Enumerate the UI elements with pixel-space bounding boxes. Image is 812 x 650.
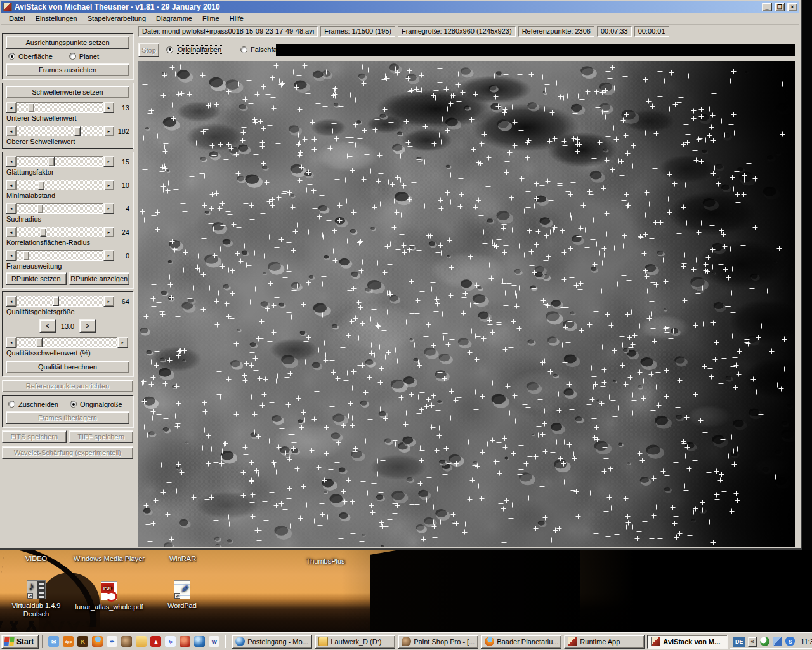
desktop-icon-label[interactable]: ThumbsPlus <box>294 557 357 566</box>
radio-originalfarben[interactable]: Originalfarben <box>166 46 223 53</box>
menu-filme[interactable]: Filme <box>197 13 225 24</box>
slider-right-arrow[interactable]: ► <box>103 296 114 307</box>
menu-hilfe[interactable]: Hilfe <box>225 13 249 24</box>
desktop-icon-label[interactable]: WinRAR <box>157 555 208 563</box>
set-alignment-points-button[interactable]: Ausrichtungspunkte setzen <box>6 36 129 49</box>
radio-zuschneiden[interactable]: Zuschneiden <box>8 401 58 408</box>
firefox-icon[interactable] <box>92 636 103 647</box>
paint-shop-pro-icon[interactable] <box>121 636 132 647</box>
desktop-icon-label[interactable]: Windows Media Player <box>62 555 157 563</box>
slider-right-arrow[interactable]: ► <box>103 180 114 190</box>
outlook-express-icon[interactable]: ✉ <box>48 636 59 647</box>
slider-track[interactable] <box>16 203 103 214</box>
desktop-icon-vdub[interactable]: ➚Virtualdub 1.4.9 Deutsch <box>4 580 68 618</box>
slider-thumb[interactable] <box>23 251 29 260</box>
align-refpoints-button[interactable]: Referenzpunkte ausrichten <box>2 380 133 392</box>
radio-planet[interactable]: Planet <box>69 53 99 60</box>
slider-track[interactable] <box>16 126 103 136</box>
minimize-button[interactable]: _ <box>762 3 772 11</box>
task-label: Runtime App <box>580 638 641 646</box>
slider-thumb[interactable] <box>74 126 81 136</box>
slider-track[interactable] <box>16 102 103 113</box>
stop-button[interactable]: Stop <box>138 43 159 57</box>
start-button[interactable]: Start <box>1 635 39 649</box>
spinner-next-button[interactable]: > <box>79 319 96 333</box>
close-button[interactable]: × <box>787 3 797 11</box>
taskbar-clock: 11:35 <box>798 638 812 646</box>
thunderbird-icon[interactable] <box>194 636 205 647</box>
slider-left-arrow[interactable]: ◄ <box>6 102 16 113</box>
desktop[interactable]: VIDEOWindows Media PlayerWinRARThumbsPlu… <box>0 550 812 632</box>
desktop-icon-wpad[interactable]: ➚WordPad <box>150 580 214 610</box>
spinner-prev-button[interactable]: < <box>39 319 56 333</box>
task-button[interactable]: Posteingang - Mo... <box>232 635 312 649</box>
mozilla-icon[interactable] <box>180 636 190 647</box>
slider-thumb[interactable] <box>37 204 43 213</box>
slider-right-arrow[interactable]: ► <box>117 337 128 348</box>
slider-thumb[interactable] <box>28 103 34 112</box>
rpoints-show-button[interactable]: RPunkte anzeigen <box>69 272 130 285</box>
slider-track[interactable] <box>16 250 103 261</box>
slider-left-arrow[interactable]: ◄ <box>6 337 16 348</box>
slider-right-arrow[interactable]: ► <box>103 102 114 113</box>
title-bar[interactable]: AviStack von Michael Theusner - v1.81 - … <box>1 1 799 13</box>
menu-datei[interactable]: Datei <box>4 13 30 24</box>
task-button[interactable]: Laufwerk_D (D:) <box>315 635 395 649</box>
tray-chevron-button[interactable]: « <box>748 637 757 647</box>
task-button[interactable]: Baader Planetariu... <box>481 635 561 649</box>
slider-track[interactable] <box>16 337 117 348</box>
media-k-icon[interactable]: K <box>77 636 88 647</box>
slider-thumb[interactable] <box>53 296 59 306</box>
overlay-frames-button[interactable]: Frames überlagern <box>6 411 129 424</box>
slider-right-arrow[interactable]: ► <box>103 227 114 237</box>
desktop-icon-label[interactable]: VIDEO <box>11 555 62 563</box>
desktop-icon-pdf[interactable]: lunar_atlas_whole.pdf <box>65 581 154 611</box>
word-icon[interactable]: W <box>209 636 219 647</box>
slider-left-arrow[interactable]: ◄ <box>6 250 16 261</box>
moon-image-with-reference-points[interactable] <box>138 61 795 547</box>
restore-button[interactable]: ❐ <box>775 3 785 11</box>
set-thresholds-button[interactable]: Schwellenwerte setzen <box>6 86 129 98</box>
slider-left-arrow[interactable]: ◄ <box>6 203 16 214</box>
slider-right-arrow[interactable]: ► <box>103 126 114 136</box>
slider-thumb[interactable] <box>36 338 43 347</box>
slider-left-arrow[interactable]: ◄ <box>6 296 16 307</box>
task-button[interactable]: Paint Shop Pro - [... <box>398 635 478 649</box>
align-frames-button[interactable]: Frames ausrichten <box>6 63 129 76</box>
slider-track[interactable] <box>16 296 103 307</box>
tray-network-icon[interactable] <box>773 637 782 646</box>
slider-right-arrow[interactable]: ► <box>103 250 114 261</box>
dpp-icon[interactable]: dpp <box>63 636 74 647</box>
slider-track[interactable] <box>16 227 103 237</box>
folder-search-icon[interactable] <box>136 636 147 647</box>
slider-left-arrow[interactable]: ◄ <box>6 227 16 237</box>
save-tiff-button[interactable]: TIFF speichern <box>69 430 134 443</box>
acrobat-icon[interactable]: ▲ <box>150 636 161 647</box>
task-button[interactable]: AviStack von M... <box>647 635 728 649</box>
slider-right-arrow[interactable]: ► <box>103 156 114 167</box>
ftp-icon[interactable]: fp <box>165 636 176 647</box>
slider-left-arrow[interactable]: ◄ <box>6 126 16 136</box>
menu-diagramme[interactable]: Diagramme <box>151 13 197 24</box>
language-indicator[interactable]: DE <box>733 637 745 647</box>
wavelet-sharpen-button[interactable]: Wavelet-Schärfung (experimentell) <box>2 446 133 459</box>
menu-stapelverarbeitung[interactable]: Stapelverarbeitung <box>82 13 151 24</box>
slider-right-arrow[interactable]: ► <box>103 203 114 214</box>
compute-quality-button[interactable]: Qualität berechnen <box>6 361 129 373</box>
slider-track[interactable] <box>16 180 103 190</box>
slider-thumb[interactable] <box>40 227 46 237</box>
slider-thumb[interactable] <box>48 157 55 166</box>
task-button[interactable]: Runtime App <box>564 635 645 649</box>
menu-einstellungen[interactable]: Einstellungen <box>30 13 82 24</box>
slider-thumb[interactable] <box>38 180 44 190</box>
save-fits-button[interactable]: FITS speichern <box>2 430 67 443</box>
tray-shield-icon[interactable]: S <box>785 637 795 646</box>
tray-ball-icon[interactable] <box>760 637 769 646</box>
radio-originalgroesse[interactable]: Originalgröße <box>70 401 122 408</box>
rpoints-set-button[interactable]: RPunkte setzen <box>6 272 67 285</box>
radio-oberflaeche[interactable]: Oberfläche <box>8 53 53 60</box>
slider-left-arrow[interactable]: ◄ <box>6 156 16 167</box>
slider-left-arrow[interactable]: ◄ <box>6 180 16 190</box>
slider-track[interactable] <box>16 156 103 167</box>
pen-icon[interactable]: ✒ <box>107 636 117 647</box>
